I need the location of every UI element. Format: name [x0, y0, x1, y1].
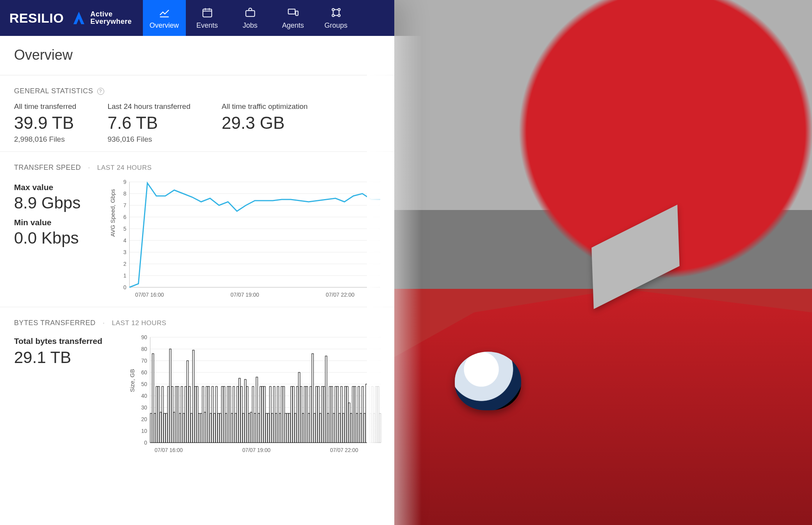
svg-rect-66: [171, 386, 173, 443]
help-icon[interactable]: ?: [97, 88, 104, 95]
nav-events[interactable]: Events: [186, 0, 229, 36]
nav-label: Groups: [324, 21, 347, 30]
svg-text:60: 60: [141, 369, 147, 376]
svg-text:4: 4: [123, 237, 126, 244]
svg-text:90: 90: [141, 335, 147, 340]
svg-rect-120: [275, 413, 277, 443]
speed-y-axis-label: AVG Speed, Gbps: [109, 189, 116, 237]
svg-rect-2: [288, 9, 295, 14]
svg-rect-59: [158, 386, 159, 443]
svg-text:9: 9: [123, 180, 126, 185]
svg-rect-149: [331, 386, 333, 443]
svg-rect-96: [229, 386, 231, 443]
svg-rect-75: [189, 386, 190, 443]
svg-text:2: 2: [123, 261, 126, 267]
svg-rect-135: [304, 386, 306, 443]
svg-rect-77: [192, 350, 194, 443]
svg-rect-161: [354, 386, 356, 443]
section-heading-text: BYTES TRANSFERRED: [14, 319, 96, 327]
svg-rect-58: [156, 386, 158, 443]
svg-rect-146: [325, 356, 327, 443]
svg-rect-121: [277, 386, 279, 443]
nav-label: Overview: [150, 21, 179, 30]
svg-rect-140: [314, 413, 315, 443]
bytes-transferred-chart: Size, GB 010203040506070809007/07 16:000…: [131, 335, 383, 456]
min-value: 0.0 Kbps: [14, 229, 100, 247]
svg-rect-78: [194, 386, 196, 443]
nav-jobs[interactable]: Jobs: [229, 0, 272, 36]
nav-overview[interactable]: Overview: [143, 0, 186, 36]
svg-rect-164: [360, 413, 361, 443]
svg-text:07/07 19:00: 07/07 19:00: [230, 292, 259, 298]
svg-text:6: 6: [123, 214, 126, 220]
svg-rect-156: [344, 386, 346, 443]
page-title: Overview: [0, 36, 394, 75]
section-heading-text: TRANSFER SPEED: [14, 164, 81, 172]
stat-value: 29.3 GB: [222, 113, 308, 133]
svg-rect-143: [319, 413, 321, 443]
svg-rect-63: [166, 413, 167, 443]
svg-rect-144: [321, 386, 323, 443]
bytes-summary: Total bytes transferred 29.1 TB: [14, 335, 119, 456]
svg-text:30: 30: [141, 404, 147, 411]
svg-rect-84: [206, 386, 208, 443]
section-general-heading: GENERAL STATISTICS ?: [0, 75, 394, 100]
svg-rect-88: [214, 413, 215, 443]
stat-label: All time traffic optimization: [222, 102, 308, 111]
brand: RESILIO Active Everywhere: [0, 0, 143, 36]
stat-sub: 2,998,016 Files: [14, 135, 76, 144]
svg-text:80: 80: [141, 346, 147, 352]
dot-separator: ·: [85, 164, 93, 172]
calendar-icon: [201, 7, 213, 18]
svg-rect-160: [352, 386, 354, 443]
svg-rect-133: [300, 386, 302, 443]
svg-rect-171: [373, 413, 375, 443]
svg-text:7: 7: [123, 202, 126, 208]
svg-rect-145: [323, 386, 325, 443]
svg-rect-110: [256, 377, 258, 443]
svg-rect-128: [291, 386, 292, 443]
devices-icon: [287, 7, 299, 18]
nav-agents[interactable]: Agents: [272, 0, 315, 36]
svg-text:07/07 16:00: 07/07 16:00: [155, 447, 183, 453]
svg-point-6: [332, 14, 334, 16]
briefcase-icon: [244, 7, 256, 18]
dot-separator: ·: [100, 319, 108, 327]
svg-rect-85: [208, 386, 210, 443]
nav-tabs: Overview Events Jobs Agents Groups: [143, 0, 358, 36]
svg-rect-103: [242, 413, 244, 443]
svg-text:5: 5: [123, 226, 126, 232]
svg-rect-148: [329, 386, 331, 443]
svg-rect-65: [169, 349, 171, 443]
nav-groups[interactable]: Groups: [315, 0, 358, 36]
stat-last-24h-transferred: Last 24 hours transferred 7.6 TB 936,016…: [107, 102, 190, 144]
nodes-icon: [330, 7, 342, 18]
svg-rect-114: [264, 386, 265, 443]
svg-text:0: 0: [144, 440, 147, 446]
svg-rect-115: [265, 413, 267, 443]
svg-text:1: 1: [123, 272, 126, 279]
svg-text:07/07 22:00: 07/07 22:00: [330, 447, 358, 453]
svg-rect-113: [262, 386, 264, 443]
svg-rect-70: [179, 413, 181, 443]
svg-rect-106: [248, 413, 250, 443]
svg-rect-173: [377, 386, 379, 443]
svg-rect-109: [254, 413, 256, 443]
svg-text:70: 70: [141, 358, 147, 364]
svg-rect-98: [233, 386, 235, 443]
svg-rect-89: [215, 386, 217, 443]
svg-rect-152: [337, 386, 338, 443]
svg-rect-132: [298, 372, 300, 443]
svg-rect-117: [269, 386, 271, 443]
svg-rect-92: [221, 386, 223, 443]
svg-rect-151: [335, 386, 337, 443]
svg-rect-73: [185, 386, 186, 443]
svg-rect-68: [175, 386, 177, 443]
section-heading-text: GENERAL STATISTICS: [14, 87, 93, 95]
svg-rect-60: [160, 412, 161, 443]
svg-rect-158: [348, 403, 350, 443]
nav-label: Events: [196, 21, 218, 30]
svg-rect-137: [308, 413, 310, 443]
svg-rect-72: [183, 413, 185, 443]
svg-rect-142: [317, 386, 319, 443]
